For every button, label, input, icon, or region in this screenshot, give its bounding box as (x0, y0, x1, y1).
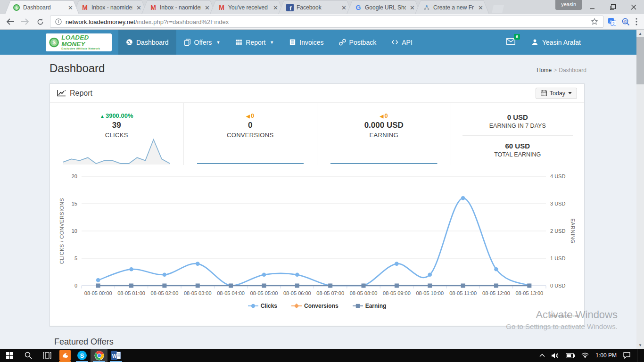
svg-text:文: 文 (612, 22, 616, 26)
battery-icon[interactable] (566, 353, 575, 358)
page-viewport: $ LOADED MONEY Exclusive Affiliate Netwo… (0, 30, 636, 347)
loadedmoney-logo[interactable]: $ LOADED MONEY Exclusive Affiliate Netwo… (46, 33, 112, 51)
refresh-button[interactable] (35, 16, 45, 27)
nav-item-invoices[interactable]: Invoices (281, 30, 331, 55)
browser-tab[interactable]: MInbox - naomiden✕ (141, 0, 216, 14)
legend-item-clicks[interactable]: Clicks (248, 303, 277, 309)
user-name: Yeasin Arafat (542, 39, 581, 46)
svg-text:EARNING: EARNING (570, 218, 576, 244)
calendar-icon (541, 90, 547, 96)
browser-tab[interactable]: MInbox - naomiden✕ (73, 0, 148, 14)
browser-tab[interactable]: Create a new Free✕ (415, 0, 489, 14)
taskbar-search-button[interactable] (19, 349, 38, 362)
show-desktop-button[interactable] (637, 349, 639, 362)
browser-tab[interactable]: $Dashboard✕ (5, 0, 79, 14)
messages-badge: 6 (514, 34, 520, 40)
gmail-favicon: M (218, 4, 225, 11)
svg-text:08-05 03:00: 08-05 03:00 (184, 290, 212, 296)
date-range-button[interactable]: Today (536, 88, 577, 99)
stat-value: 0.000 USD (317, 121, 451, 130)
messages-button[interactable]: 6 (506, 38, 515, 47)
offers-icon (184, 39, 191, 46)
page-scrollbar[interactable]: ▲ ▼ (636, 30, 644, 349)
user-icon (531, 39, 538, 46)
taskbar-word[interactable]: W (107, 349, 124, 362)
tab-close-icon[interactable]: ✕ (477, 5, 484, 11)
gmail-favicon: M (149, 4, 157, 11)
wifi-icon[interactable] (581, 353, 589, 358)
translate-extension-icon[interactable]: A文 (608, 18, 616, 26)
scrollbar-down-arrow[interactable]: ▼ (636, 341, 644, 349)
nav-item-offers[interactable]: Offers▼ (176, 30, 228, 55)
stat-earning: ◀00.000 USDEARNING (317, 103, 451, 165)
svg-text:08-05 00:00: 08-05 00:00 (84, 290, 112, 296)
minimize-button[interactable] (582, 0, 603, 14)
stat-value: 39 (50, 121, 183, 130)
nav-item-label: API (402, 39, 413, 46)
taskbar-clock[interactable]: 1:00 PM (595, 352, 617, 359)
browser-tab[interactable]: fFacebook✕ (278, 0, 353, 14)
tab-close-icon[interactable]: ✕ (409, 5, 416, 11)
action-center-icon[interactable] (623, 352, 630, 359)
stat-delta-value: 0 (384, 112, 388, 119)
caret-down-icon: ▼ (216, 40, 220, 45)
svg-text:M: M (219, 4, 224, 11)
tab-title: Inbox - naomiden (91, 4, 132, 11)
postback-icon (339, 39, 346, 46)
taskbar-skype[interactable]: S (74, 349, 91, 362)
url-bar[interactable]: network.loadedmoney.net/index.php?r=dash… (50, 16, 603, 28)
stat-delta: ▲3900.00% (50, 112, 183, 119)
svg-text:08-05 01:00: 08-05 01:00 (117, 290, 145, 296)
forward-button[interactable] (20, 16, 30, 27)
legend-item-conversions[interactable]: Conversions (291, 303, 339, 309)
page-info-icon[interactable] (55, 18, 62, 25)
close-window-button[interactable] (623, 0, 644, 14)
tab-close-icon[interactable]: ✕ (135, 5, 142, 11)
new-tab-button[interactable] (492, 5, 504, 13)
svg-text:S: S (80, 352, 84, 359)
breadcrumb-home-link[interactable]: Home (537, 67, 552, 74)
scrollbar-up-arrow[interactable]: ▲ (636, 30, 644, 37)
svg-text:08-05 09:00: 08-05 09:00 (383, 290, 411, 296)
nav-item-report[interactable]: Report▼ (228, 30, 281, 55)
tab-close-icon[interactable]: ✕ (340, 5, 347, 11)
user-menu[interactable]: Yeasin Arafat (531, 39, 581, 46)
task-view-button[interactable] (38, 349, 57, 362)
volume-icon[interactable] (552, 353, 559, 359)
taskbar-chrome[interactable] (91, 349, 107, 362)
nav-item-postback[interactable]: Postback (331, 30, 384, 55)
browser-tab-strip: $Dashboard✕MInbox - naomiden✕MInbox - na… (0, 0, 644, 14)
nav-item-dashboard[interactable]: Dashboard (118, 30, 176, 55)
tab-close-icon[interactable]: ✕ (272, 5, 279, 11)
summary-value: 0 USD (451, 113, 585, 121)
navbar-right: 6 Yeasin Arafat (506, 30, 636, 55)
search-extension-icon[interactable]: @ (622, 18, 630, 26)
browser-profile-chip[interactable]: yeasin (555, 0, 582, 10)
browser-tab[interactable]: MYou've received m✕ (210, 0, 284, 14)
page-title: Dashboard (50, 62, 585, 75)
chrome-menu-icon[interactable] (636, 18, 637, 25)
stat-delta: ◀0 (184, 112, 317, 119)
tray-chevron-icon[interactable] (539, 354, 545, 357)
bookmark-star-icon[interactable] (591, 18, 598, 25)
tab-close-icon[interactable]: ✕ (204, 5, 211, 11)
report-chart: 051015200 USD1 USD2 USD3 USD4 USD08-05 0… (57, 170, 577, 298)
maximize-button[interactable] (603, 0, 623, 14)
taskbar-uc-browser[interactable] (57, 349, 74, 362)
caret-left-icon: ◀ (380, 114, 384, 119)
back-button[interactable] (5, 16, 15, 27)
nav-item-api[interactable]: API (384, 30, 420, 55)
legend-item-earning[interactable]: Earning (353, 303, 387, 309)
start-button[interactable] (0, 349, 19, 362)
summary-label: EARNING IN 7 DAYS (451, 123, 585, 129)
chrome-icon (94, 351, 104, 361)
tab-close-icon[interactable]: ✕ (67, 5, 74, 11)
browser-tab[interactable]: GGoogle URL Short✕ (347, 0, 421, 14)
stat-sparkline (197, 137, 304, 165)
browser-toolbar: network.loadedmoney.net/index.php?r=dash… (0, 14, 644, 30)
tab-title: Create a new Free (433, 4, 474, 11)
breadcrumb: Home>Dashboard (537, 67, 586, 74)
legend-label: Conversions (304, 303, 339, 309)
legend-label: Earning (365, 303, 387, 309)
scrollbar-thumb[interactable] (636, 37, 644, 84)
